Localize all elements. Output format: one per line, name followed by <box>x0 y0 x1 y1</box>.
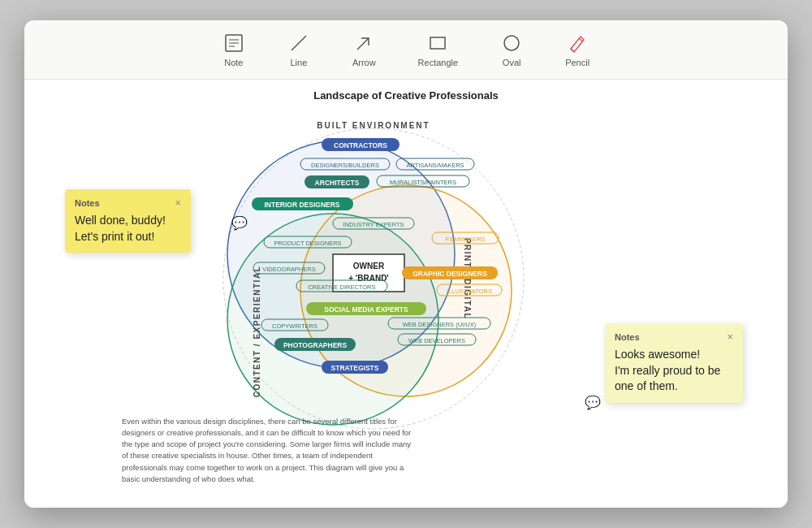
svg-line-9 <box>579 38 582 41</box>
pencil-icon <box>566 32 589 54</box>
svg-text:PHOTOGRAPHERS: PHOTOGRAPHERS <box>283 341 348 349</box>
svg-text:FILMMAKERS: FILMMAKERS <box>446 236 486 243</box>
svg-text:COPYWRITERS: COPYWRITERS <box>272 322 317 330</box>
svg-text:WEB DESIGNERS (UI/UX): WEB DESIGNERS (UI/UX) <box>403 321 477 328</box>
svg-line-4 <box>292 36 306 50</box>
tool-pencil-label: Pencil <box>565 58 590 67</box>
diagram-title: Landscape of Creative Professionals <box>24 89 788 102</box>
sticky-note-2-text: Looks awesome!I'm really proud to beone … <box>615 347 733 395</box>
tool-line-label: Line <box>290 58 307 67</box>
svg-text:DESIGNERS/BUILDERS: DESIGNERS/BUILDERS <box>311 162 379 169</box>
description-text: Even within the various design disciplin… <box>122 416 414 486</box>
tool-oval-label: Oval <box>503 58 521 67</box>
svg-text:GRAPHIC DESIGNERS: GRAPHIC DESIGNERS <box>412 270 487 278</box>
svg-text:CREATIVE DIRECTORS: CREATIVE DIRECTORS <box>308 283 375 291</box>
sticky-note-1-header: Notes × <box>75 197 181 208</box>
line-icon <box>287 32 310 54</box>
svg-text:CONTENT / EXPERIENTIAL: CONTENT / EXPERIENTIAL <box>253 266 261 397</box>
svg-text:ILLUSTRATORS: ILLUSTRATORS <box>447 288 492 295</box>
svg-text:MURALISTS/PAINTERS: MURALISTS/PAINTERS <box>390 179 456 186</box>
svg-text:+ 'BRAND': + 'BRAND' <box>348 274 388 283</box>
arrow-icon <box>352 32 375 54</box>
oval-icon <box>500 32 523 54</box>
tool-line[interactable]: Line <box>281 28 317 71</box>
tool-arrow[interactable]: Arrow <box>346 28 382 71</box>
svg-text:SOCIAL MEDIA EXPERTS: SOCIAL MEDIA EXPERTS <box>324 305 408 314</box>
sticky-note-1-title: Notes <box>75 198 100 208</box>
svg-line-5 <box>357 38 369 50</box>
note-icon <box>222 32 245 54</box>
sticky-note-2-title: Notes <box>615 332 640 342</box>
venn-diagram: BUILT ENVIRONMENT PRINT / DIGITAL CONTEN… <box>171 104 577 453</box>
svg-text:BUILT ENVIRONMENT: BUILT ENVIRONMENT <box>317 121 430 130</box>
tool-rectangle-label: Rectangle <box>418 58 459 67</box>
svg-text:ARTISANS/MAKERS: ARTISANS/MAKERS <box>406 162 464 169</box>
svg-point-7 <box>504 36 519 50</box>
sticky-note-2-header: Notes × <box>615 331 733 342</box>
canvas[interactable]: Landscape of Creative Professionals BUIL… <box>24 80 788 508</box>
svg-text:STRATEGISTS: STRATEGISTS <box>331 364 379 372</box>
svg-text:ARCHITECTS: ARCHITECTS <box>315 179 360 187</box>
svg-line-8 <box>571 49 574 52</box>
sticky-note-2[interactable]: Notes × Looks awesome!I'm really proud t… <box>605 323 743 403</box>
sticky-icon-1: 💬 <box>231 215 248 231</box>
tool-note-label: Note <box>224 58 243 67</box>
svg-rect-6 <box>430 37 445 49</box>
app-window: Note Line Arrow <box>24 20 788 508</box>
svg-text:INTERIOR DESIGNERS: INTERIOR DESIGNERS <box>264 201 339 209</box>
svg-text:WEB DEVELOPERS: WEB DEVELOPERS <box>408 337 465 344</box>
sticky-icon-2: 💬 <box>585 395 601 410</box>
rectangle-icon <box>426 32 449 54</box>
toolbar: Note Line Arrow <box>24 20 788 80</box>
svg-text:PRODUCT DESIGNERS: PRODUCT DESIGNERS <box>274 240 341 247</box>
sticky-note-1[interactable]: Notes × Well done, buddy!Let's print it … <box>65 189 191 253</box>
tool-note[interactable]: Note <box>216 28 252 71</box>
tool-oval[interactable]: Oval <box>494 28 529 71</box>
svg-text:CONTRACTORS: CONTRACTORS <box>334 141 387 149</box>
sticky-note-1-text: Well done, buddy!Let's print it out! <box>75 213 181 245</box>
svg-text:OWNER: OWNER <box>353 262 385 270</box>
tool-arrow-label: Arrow <box>352 58 376 67</box>
sticky-note-2-close[interactable]: × <box>727 331 733 342</box>
svg-text:INDUSTRY EXPERTS: INDUSTRY EXPERTS <box>343 221 404 228</box>
svg-text:VIDEOGRAPHERS: VIDEOGRAPHERS <box>262 266 315 273</box>
tool-pencil[interactable]: Pencil <box>559 28 596 71</box>
sticky-note-1-close[interactable]: × <box>175 197 181 208</box>
tool-rectangle[interactable]: Rectangle <box>412 28 465 71</box>
